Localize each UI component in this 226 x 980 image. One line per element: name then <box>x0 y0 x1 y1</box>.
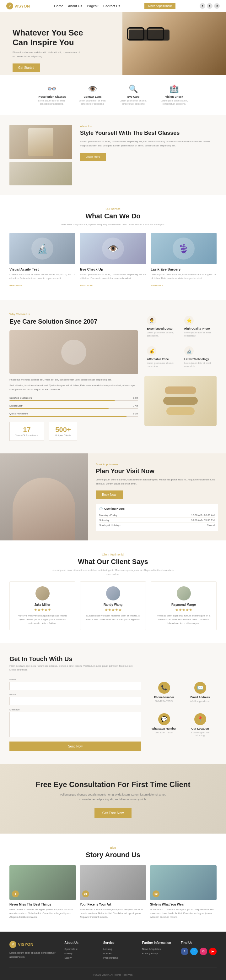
footer-link-1-2[interactable]: Prescriptions <box>103 956 136 959</box>
why-feature-2: 💰 Affordable Price Lorem ipsum dolor sit… <box>144 343 179 371</box>
footer-logo: V VISYON <box>9 941 58 948</box>
story-grid: 1 Never Miss The Best Things Nulla facil… <box>9 865 217 919</box>
testimonial-text-1: Suspendisse volutpat molestie diam at fi… <box>85 614 141 622</box>
testimonial-stars-1: ★★★★★ <box>85 608 141 612</box>
testimonial-stars-2: ★★★★★ <box>156 608 212 612</box>
nav-social-icons: f t in <box>200 3 220 9</box>
hours-row-2: Sunday & Holidays Closed <box>99 523 215 528</box>
footer-tw-icon[interactable]: t <box>190 948 198 955</box>
about-image-2 <box>9 162 72 185</box>
why-text: Phasellus rhoncus sodales elit. Nulla el… <box>9 378 138 382</box>
avatar-1 <box>106 586 120 600</box>
footer-yt-icon[interactable]: ▶ <box>209 948 217 955</box>
stat-1: 500+ Unique Clients <box>49 422 77 441</box>
stat-label-0: Years Of Experience <box>15 434 38 437</box>
story-image-2: 12 <box>150 865 217 900</box>
footer-ig-icon[interactable]: ig <box>200 948 207 955</box>
why-feature-desc-2: Lorem ipsum dolor sit amet, consectetur. <box>147 362 177 368</box>
progress-item-1: Expert Staff 77% <box>9 404 138 409</box>
nav-about[interactable]: About Us <box>68 4 82 8</box>
feature-title-2: Eye Care <box>116 95 151 99</box>
nav-cta-button[interactable]: Make Appointment <box>144 3 175 9</box>
hero-image <box>122 12 226 75</box>
story-image-0: 1 <box>9 865 76 900</box>
name-field-wrapper: Name <box>9 678 141 690</box>
hero-glasses-right-lens <box>147 27 164 41</box>
footer-col-1: Service Lensing Frames Prescriptions <box>103 941 136 961</box>
location-title: Our Location <box>187 727 213 730</box>
message-textarea[interactable] <box>9 712 141 737</box>
footer-col-0: About Us Optometrist Gallery Safety <box>64 941 97 961</box>
about-title: Style Yourself With The Best Glasses <box>80 129 217 137</box>
footer-link-0-0[interactable]: Optometrist <box>64 948 97 950</box>
progress-fill-0 <box>9 400 115 401</box>
service-read-more-1[interactable]: Read More <box>80 284 93 287</box>
nav-contact[interactable]: Contact Us <box>103 4 120 8</box>
logo-text: VISYON <box>14 4 30 8</box>
story-card-title-1: Your Face is Your Art <box>80 902 146 907</box>
social-fb-icon[interactable]: f <box>200 3 205 9</box>
email-input[interactable] <box>9 697 141 705</box>
footer-brand-desc: Lorem ipsum dolor sit amet, consectetuer… <box>9 951 58 959</box>
about-content: About Us Style Yourself With The Best Gl… <box>77 125 217 161</box>
service-image-1: 👁️ <box>80 233 146 264</box>
story-title: Story Around Us <box>9 851 217 859</box>
email-title: Email Address <box>187 696 213 699</box>
footer-links-2: News & Updates Privacy Policy <box>142 948 174 955</box>
why-label: Why Choose Us <box>9 313 138 316</box>
hero-cta-button[interactable]: Get Started <box>13 64 40 72</box>
story-card-desc-1: Nulla facilisi. Curabitur vel egent ipsu… <box>80 908 146 919</box>
logo-icon: V <box>6 3 13 10</box>
contact-info-whatsapp: 💬 Whatsapp Number 000-1234-78524 <box>147 710 180 741</box>
testimonials-desc: Lorem ipsum dolor sit amet, consectetuer… <box>50 568 176 577</box>
footer-link-2-0[interactable]: News & Updates <box>142 948 174 950</box>
testimonial-card-1: Randy Wang ★★★★★ Suspendisse volutpat mo… <box>80 581 146 630</box>
footer-link-1-0[interactable]: Lensing <box>103 948 136 950</box>
nav-home[interactable]: Home <box>54 4 63 8</box>
why-feature-1: ⭐ High-Quality Photo Lorem ipsum dolor s… <box>182 313 217 340</box>
about-images <box>9 125 72 185</box>
about-learn-more-button[interactable]: Learn More <box>80 153 106 161</box>
service-card-1: 👁️ Eye Check Up Lorem ipsum dolor sit am… <box>80 233 146 288</box>
footer-link-2-1[interactable]: Privacy Policy <box>142 952 174 955</box>
footer-link-0-1[interactable]: Gallery <box>64 952 97 955</box>
features-section: 👓 Prescription Glasses Lorem ipsum dolor… <box>0 75 226 115</box>
service-read-more-0[interactable]: Read More <box>9 284 22 287</box>
vision-check-icon: 🏥 <box>157 84 191 93</box>
stat-number-0: 17 <box>15 426 38 434</box>
footer-link-1-1[interactable]: Frames <box>103 952 136 955</box>
contact-section: Get In Touch With Us Proin ac diam eget … <box>0 643 226 764</box>
footer-links-0: Optometrist Gallery Safety <box>64 948 97 959</box>
contact-info-phone: 📞 Phone Number 000-1234-78524 <box>147 678 180 706</box>
contact-lens-icon: 👁️ <box>75 84 110 93</box>
send-button[interactable]: Send Now <box>9 741 141 751</box>
appointment-desc: Lorem ipsum dolor sit amet, consectetuer… <box>96 478 218 486</box>
story-card-desc-0: Nulla facilisi. Curabitur vel egent ipsu… <box>9 908 76 919</box>
services-grid: 🔬 Visual Acuity Test Lorem ipsum dolor s… <box>9 233 217 288</box>
free-consult-section: Free Eye Consultation For First Time Cli… <box>0 764 226 834</box>
free-consult-title: Free Eye Consultation For First Time Cli… <box>9 780 217 789</box>
footer-link-0-2[interactable]: Safety <box>64 956 97 959</box>
hero-title: Whatever You See Can Inspire You <box>13 28 100 48</box>
story-card-0: 1 Never Miss The Best Things Nulla facil… <box>9 865 76 919</box>
nav-logo: V VISYON <box>6 3 30 10</box>
quality-icon: ⭐ <box>184 316 194 325</box>
service-read-more-2[interactable]: Read More <box>151 284 163 287</box>
nav-pages[interactable]: Pages▾ <box>87 4 98 8</box>
service-desc-1: Lorem ipsum dolor sit amet, consectetuer… <box>80 273 146 280</box>
free-consult-button[interactable]: Get Free Now <box>95 808 131 818</box>
footer-find-us-title: Find Us <box>181 941 217 945</box>
stat-label-1: Unique Clients <box>55 434 71 437</box>
hero-section: Whatever You See Can Inspire You Phasell… <box>0 12 226 75</box>
why-section: Why Choose Us Eye Care Solution Since 20… <box>0 300 226 453</box>
social-tw-icon[interactable]: t <box>207 3 212 9</box>
why-main-image <box>9 330 138 374</box>
book-now-button[interactable]: Book Now <box>96 490 123 499</box>
footer-copyright: © 2023 Visyon. All Rights Reserved. <box>93 974 133 976</box>
service-desc-2: Lorem ipsum dolor sit amet, consectetuer… <box>151 273 217 280</box>
progress-fill-2 <box>9 416 126 417</box>
footer-fb-icon[interactable]: f <box>181 948 188 955</box>
hero-face-graphic <box>122 12 226 75</box>
name-input[interactable] <box>9 682 141 690</box>
social-ig-icon[interactable]: in <box>214 3 220 9</box>
